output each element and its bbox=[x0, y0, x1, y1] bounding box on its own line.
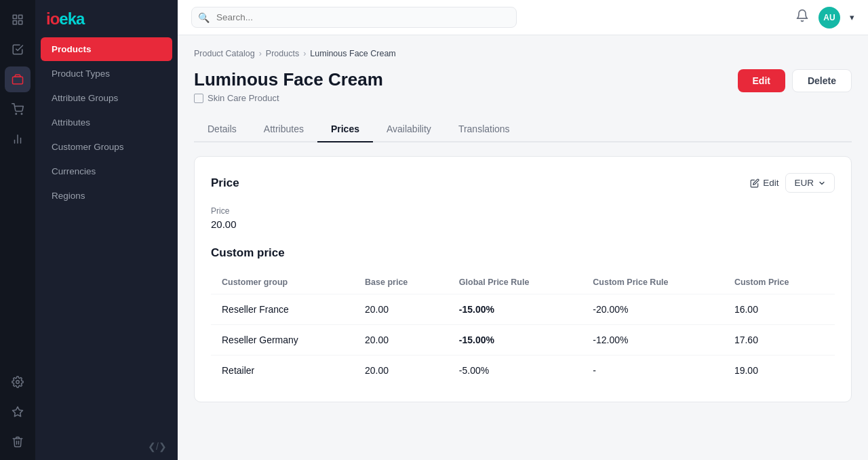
currency-value: EUR bbox=[794, 178, 814, 188]
sidebar-menu: Products Product Types Attribute Groups … bbox=[35, 34, 178, 433]
price-table-head: Customer group Base price Global Price R… bbox=[211, 271, 835, 294]
sidebar-item-products[interactable]: Products bbox=[41, 37, 172, 61]
breadcrumb-part3: Luminous Face Cream bbox=[310, 49, 395, 58]
tabs: Details Attributes Prices Availability T… bbox=[194, 117, 852, 142]
header-actions: Edit Delete bbox=[738, 69, 852, 92]
svg-rect-1 bbox=[19, 15, 22, 18]
nav-icon-settings[interactable] bbox=[5, 369, 31, 395]
main-content: 🔍 AU ▾ Product Catalog › Products › Lumi… bbox=[178, 0, 868, 460]
nav-icon-favorites[interactable] bbox=[5, 399, 31, 425]
tab-details[interactable]: Details bbox=[194, 117, 250, 142]
svg-point-9 bbox=[16, 381, 20, 384]
product-subtitle: Skin Care Product bbox=[194, 93, 383, 103]
product-type-label: Skin Care Product bbox=[208, 93, 279, 103]
table-cell-0-0: Reseller France bbox=[211, 294, 354, 325]
table-cell-0-2: -15.00% bbox=[448, 294, 582, 325]
user-dropdown-arrow[interactable]: ▾ bbox=[850, 12, 854, 22]
breadcrumb: Product Catalog › Products › Luminous Fa… bbox=[194, 49, 852, 58]
tab-availability[interactable]: Availability bbox=[373, 117, 445, 142]
col-base-price: Base price bbox=[354, 271, 448, 294]
sidebar-item-currencies[interactable]: Currencies bbox=[41, 159, 172, 183]
dev-tools-toggle[interactable]: ❮/❯ bbox=[35, 433, 178, 460]
table-cell-2-0: Retailer bbox=[211, 356, 354, 386]
table-cell-0-4: 16.00 bbox=[724, 294, 835, 325]
table-cell-0-1: 20.00 bbox=[354, 294, 448, 325]
price-card: Price Edit EUR Price 20.00 Custom bbox=[194, 156, 852, 402]
sidebar-item-customer-groups[interactable]: Customer Groups bbox=[41, 135, 172, 159]
topbar-right: AU ▾ bbox=[795, 7, 854, 28]
page-title: Luminous Face Cream bbox=[194, 69, 383, 90]
col-global-price-rule: Global Price Rule bbox=[448, 271, 582, 294]
checkbox-icon bbox=[194, 94, 203, 103]
tab-translations[interactable]: Translations bbox=[445, 117, 524, 142]
logo: ioeka bbox=[46, 9, 84, 28]
icon-rail bbox=[0, 0, 35, 460]
breadcrumb-part1[interactable]: Product Catalog bbox=[194, 49, 255, 58]
sidebar-item-attributes[interactable]: Attributes bbox=[41, 111, 172, 134]
chevron-down-icon bbox=[818, 179, 826, 187]
table-cell-1-1: 20.00 bbox=[354, 325, 448, 356]
search-input[interactable] bbox=[191, 7, 517, 28]
nav-icon-trash[interactable] bbox=[5, 429, 31, 455]
breadcrumb-sep2: › bbox=[303, 49, 306, 58]
sidebar-item-product-types[interactable]: Product Types bbox=[41, 62, 172, 85]
page-header: Luminous Face Cream Skin Care Product Ed… bbox=[194, 69, 852, 103]
page-body: Product Catalog › Products › Luminous Fa… bbox=[178, 35, 868, 460]
topbar: 🔍 AU ▾ bbox=[178, 0, 868, 35]
table-row: Retailer20.00-5.00%-19.00 bbox=[211, 356, 835, 386]
nav-icon-orders[interactable] bbox=[5, 37, 31, 62]
table-cell-1-0: Reseller Germany bbox=[211, 325, 354, 356]
table-cell-0-3: -20.00% bbox=[582, 294, 724, 325]
price-card-actions: Edit EUR bbox=[750, 173, 835, 193]
svg-point-4 bbox=[16, 113, 17, 115]
table-cell-2-1: 20.00 bbox=[354, 356, 448, 386]
table-cell-2-3: - bbox=[582, 356, 724, 386]
table-cell-1-2: -15.00% bbox=[448, 325, 582, 356]
price-label: Price bbox=[211, 206, 835, 216]
svg-rect-0 bbox=[13, 15, 16, 18]
custom-price-title: Custom price bbox=[211, 246, 835, 260]
nav-icon-analytics[interactable] bbox=[5, 126, 31, 152]
search-bar-container: 🔍 bbox=[191, 7, 517, 28]
svg-point-5 bbox=[21, 113, 22, 115]
price-card-header: Price Edit EUR bbox=[211, 173, 835, 193]
price-card-title: Price bbox=[211, 176, 239, 190]
table-cell-2-2: -5.00% bbox=[448, 356, 582, 386]
search-icon: 🔍 bbox=[198, 12, 210, 23]
price-edit-label: Edit bbox=[763, 178, 778, 188]
sidebar-item-regions[interactable]: Regions bbox=[41, 184, 172, 208]
product-info: Luminous Face Cream Skin Care Product bbox=[194, 69, 383, 103]
table-cell-2-4: 19.00 bbox=[724, 356, 835, 386]
price-value: 20.00 bbox=[211, 218, 835, 230]
price-table-header-row: Customer group Base price Global Price R… bbox=[211, 271, 835, 294]
price-edit-link[interactable]: Edit bbox=[750, 178, 778, 188]
notification-icon[interactable] bbox=[795, 9, 809, 26]
tab-attributes[interactable]: Attributes bbox=[250, 117, 317, 142]
nav-icon-catalog[interactable] bbox=[5, 66, 31, 92]
svg-rect-2 bbox=[13, 21, 16, 24]
table-row: Reseller Germany20.00-15.00%-12.00%17.60 bbox=[211, 325, 835, 356]
nav-icon-dashboard[interactable] bbox=[5, 7, 31, 33]
nav-icon-cart[interactable] bbox=[5, 96, 31, 122]
col-custom-price: Custom Price bbox=[724, 271, 835, 294]
svg-marker-10 bbox=[13, 407, 23, 417]
sidebar: ioeka Products Product Types Attribute G… bbox=[35, 0, 178, 460]
user-avatar[interactable]: AU bbox=[818, 7, 840, 28]
breadcrumb-part2[interactable]: Products bbox=[266, 49, 299, 58]
tab-prices[interactable]: Prices bbox=[317, 117, 373, 142]
table-cell-1-4: 17.60 bbox=[724, 325, 835, 356]
delete-button[interactable]: Delete bbox=[792, 69, 852, 92]
custom-price-table: Customer group Base price Global Price R… bbox=[211, 271, 835, 385]
col-customer-group: Customer group bbox=[211, 271, 354, 294]
logo-text-1: io bbox=[46, 9, 59, 28]
price-table-body: Reseller France20.00-15.00%-20.00%16.00R… bbox=[211, 294, 835, 386]
currency-dropdown[interactable]: EUR bbox=[785, 173, 835, 193]
logo-text-2: eka bbox=[59, 9, 84, 28]
svg-rect-3 bbox=[19, 21, 22, 24]
col-custom-price-rule: Custom Price Rule bbox=[582, 271, 724, 294]
edit-button[interactable]: Edit bbox=[738, 69, 785, 92]
logo-area: ioeka bbox=[35, 0, 178, 34]
breadcrumb-sep1: › bbox=[259, 49, 262, 58]
table-cell-1-3: -12.00% bbox=[582, 325, 724, 356]
sidebar-item-attribute-groups[interactable]: Attribute Groups bbox=[41, 86, 172, 110]
